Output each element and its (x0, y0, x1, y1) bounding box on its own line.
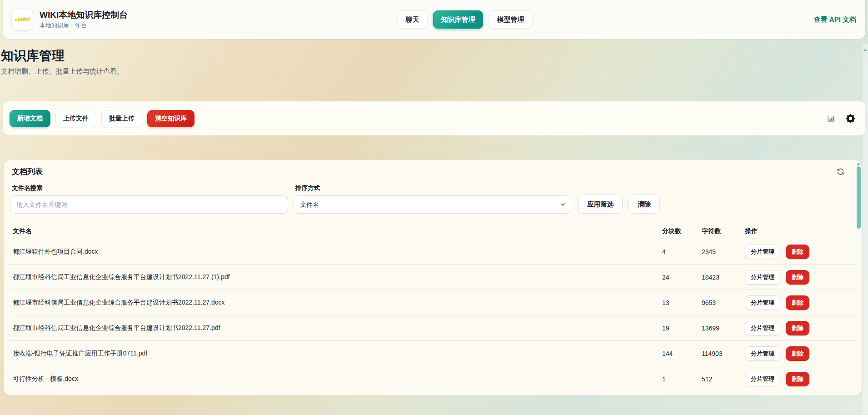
brand: «WIKI WIKI本地知识库控制台 本地知识库工作台 (12, 9, 128, 30)
col-header-filename: 文件名 (13, 227, 662, 235)
scroll-up-arrow-icon[interactable] (857, 163, 860, 165)
table-row: 可行性分析 - 模板.docx 1 512 分片管理 删除 (9, 366, 856, 392)
nav-knowledge-base[interactable]: 知识库管理 (433, 10, 484, 29)
manage-chunks-button[interactable]: 分片管理 (745, 245, 780, 259)
brand-text: WIKI本地知识库控制台 本地知识库工作台 (40, 10, 128, 30)
row-actions: 分片管理 删除 (745, 270, 854, 285)
delete-button[interactable]: 删除 (786, 346, 809, 361)
sort-select-wrap: 文件名 (294, 195, 571, 214)
sort-label: 排序方式 (295, 184, 571, 192)
row-actions: 分片管理 删除 (745, 295, 854, 310)
chunk-count: 24 (662, 274, 702, 281)
bar-chart-icon[interactable] (827, 114, 835, 123)
document-filename: 都江堰市经科信局工业信息化企业综合服务平台建设计划书2022.11.27.pdf (13, 324, 662, 332)
document-filename: 都江堰市经科信局工业信息化企业综合服务平台建设计划书2022.11.27 (1)… (13, 273, 662, 281)
toolbar-icons (827, 113, 858, 124)
refresh-icon[interactable] (837, 168, 844, 175)
search-label: 文件名搜索 (12, 184, 288, 192)
filter-bar: 文件名搜索 排序方式 文件名 应用筛选 清除 (9, 184, 856, 214)
list-scrollbar-thumb[interactable] (857, 166, 861, 229)
table-row: 都江堰市经科信局工业信息化企业综合服务平台建设计划书2022.11.27 (1)… (9, 265, 856, 290)
manage-chunks-button[interactable]: 分片管理 (745, 321, 780, 335)
char-count: 512 (702, 375, 745, 383)
col-header-chunks: 分块数 (662, 227, 702, 235)
page-title: 知识库管理 (1, 49, 867, 63)
documents-table: 文件名 分块数 字符数 操作 都江堰软件外包项目合同.docx 4 2345 分… (9, 224, 856, 392)
clear-filter-button[interactable]: 清除 (629, 195, 660, 214)
app-title: WIKI本地知识库控制台 (40, 10, 128, 20)
wiki-logo-icon: «WIKI (15, 16, 30, 23)
upload-file-button[interactable]: 上传文件 (55, 110, 96, 127)
char-count: 9653 (702, 299, 745, 306)
sort-select[interactable]: 文件名 (294, 195, 571, 214)
chunk-count: 19 (662, 325, 702, 332)
nav-model-management[interactable]: 模型管理 (489, 10, 533, 29)
hero-section: 知识库管理 文档增删、上传、批量上传与统计查看。 (0, 39, 868, 75)
chunk-count: 4 (662, 248, 702, 255)
filter-buttons: 应用筛选 清除 (578, 195, 660, 214)
page-scroll-up-arrow-icon[interactable] (863, 49, 867, 51)
row-actions: 分片管理 删除 (745, 346, 854, 361)
char-count: 114903 (702, 350, 745, 357)
card-header: 文档列表 (9, 166, 856, 177)
document-list-title: 文档列表 (12, 166, 43, 177)
document-list-card: 文档列表 文件名搜索 排序方式 文件名 (4, 160, 862, 395)
action-toolbar: 新增文档 上传文件 批量上传 清空知识库 (3, 101, 865, 135)
page-subtitle: 文档增删、上传、批量上传与统计查看。 (1, 67, 867, 75)
delete-button[interactable]: 删除 (786, 321, 809, 335)
page-scrollbar[interactable] (863, 43, 868, 415)
gear-icon[interactable] (845, 113, 856, 124)
api-docs-link[interactable]: 查看 API 文档 (814, 15, 856, 24)
table-row: 都江堰软件外包项目合同.docx 4 2345 分片管理 删除 (9, 239, 856, 265)
char-count: 18423 (702, 274, 745, 281)
app-logo: «WIKI (12, 9, 33, 30)
table-row: 都江堰市经科信局工业信息化企业综合服务平台建设计划书2022.11.27.doc… (9, 290, 856, 315)
apply-filter-button[interactable]: 应用筛选 (578, 195, 623, 214)
char-count: 13699 (702, 325, 745, 332)
col-header-chars: 字符数 (702, 227, 745, 235)
search-field-group: 文件名搜索 (10, 184, 288, 214)
manage-chunks-button[interactable]: 分片管理 (745, 295, 780, 310)
row-actions: 分片管理 删除 (745, 372, 854, 386)
top-nav: 聊天 知识库管理 模型管理 (398, 10, 533, 29)
delete-button[interactable]: 删除 (786, 295, 809, 310)
chunk-count: 13 (662, 299, 702, 306)
document-filename: 接收端-银行电子凭证推广应用工作手册0711.pdf (13, 350, 662, 358)
document-filename: 都江堰软件外包项目合同.docx (13, 248, 662, 256)
manage-chunks-button[interactable]: 分片管理 (745, 346, 780, 361)
document-filename: 都江堰市经科信局工业信息化企业综合服务平台建设计划书2022.11.27.doc… (13, 299, 662, 307)
row-actions: 分片管理 删除 (745, 245, 854, 259)
col-header-actions: 操作 (745, 227, 854, 235)
table-body: 都江堰软件外包项目合同.docx 4 2345 分片管理 删除 都江堰市经科信局… (9, 239, 856, 392)
row-actions: 分片管理 删除 (745, 321, 854, 335)
page: { "header": { "logo_text": "«WIKI", "tit… (0, 0, 868, 415)
char-count: 2345 (702, 248, 745, 255)
add-document-button[interactable]: 新增文档 (10, 110, 50, 127)
delete-button[interactable]: 删除 (786, 270, 809, 285)
delete-button[interactable]: 删除 (786, 245, 809, 259)
list-scrollbar[interactable] (856, 163, 861, 393)
sort-field-group: 排序方式 文件名 (294, 184, 571, 214)
table-row: 都江堰市经科信局工业信息化企业综合服务平台建设计划书2022.11.27.pdf… (9, 315, 856, 341)
manage-chunks-button[interactable]: 分片管理 (745, 372, 780, 386)
table-header-row: 文件名 分块数 字符数 操作 (9, 224, 856, 239)
document-filename: 可行性分析 - 模板.docx (13, 375, 662, 383)
manage-chunks-button[interactable]: 分片管理 (745, 270, 780, 285)
app-header: «WIKI WIKI本地知识库控制台 本地知识库工作台 聊天 知识库管理 模型管… (3, 0, 865, 39)
batch-upload-button[interactable]: 批量上传 (101, 110, 142, 127)
chunk-count: 144 (662, 350, 702, 357)
chunk-count: 1 (662, 375, 702, 383)
clear-knowledge-base-button[interactable]: 清空知识库 (147, 110, 195, 127)
nav-chat[interactable]: 聊天 (398, 10, 428, 29)
delete-button[interactable]: 删除 (786, 372, 809, 386)
search-input[interactable] (10, 195, 288, 214)
app-subtitle: 本地知识库工作台 (40, 21, 128, 30)
table-row: 接收端-银行电子凭证推广应用工作手册0711.pdf 144 114903 分片… (9, 341, 856, 366)
